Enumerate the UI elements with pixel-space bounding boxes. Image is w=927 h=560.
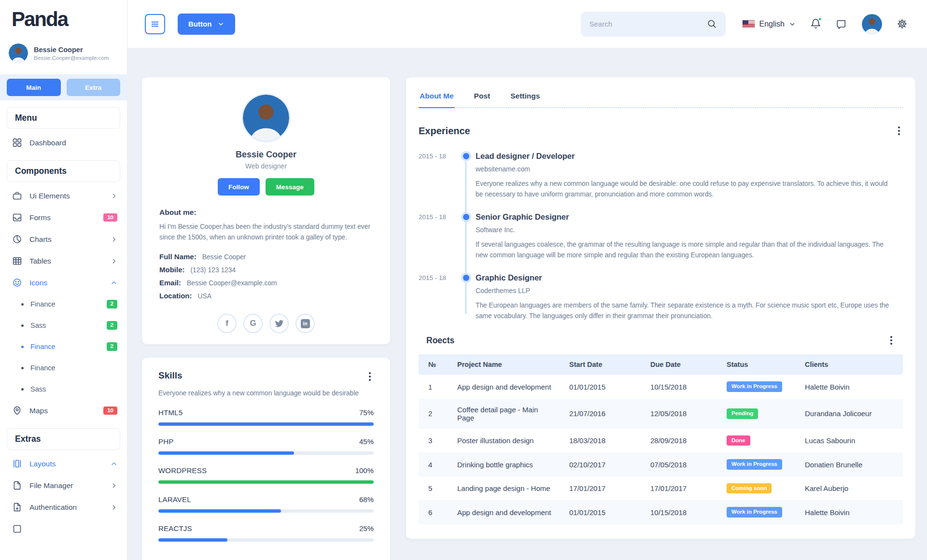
sidebar-subitem-sass-2[interactable]: Sass: [0, 378, 127, 400]
app-logo[interactable]: Panda: [0, 0, 127, 31]
cell-number: 6: [419, 500, 449, 524]
sidebar-item-label: Authentication: [29, 503, 111, 512]
field-full-name: Full Name:Bessie Cooper: [159, 252, 373, 261]
field-label: Mobile:: [159, 266, 185, 274]
kebab-menu-icon[interactable]: [366, 370, 374, 383]
sidebar-item-icons[interactable]: Icons: [0, 272, 127, 294]
button-dropdown[interactable]: Button: [178, 14, 235, 35]
skills-header: Skills: [158, 370, 374, 383]
status-badge: Work in Progress: [727, 507, 782, 518]
bullet-icon: [21, 324, 24, 327]
sidebar-tab-main[interactable]: Main: [7, 79, 61, 96]
timeline-dot-icon: [463, 275, 469, 281]
messages-button[interactable]: [836, 19, 846, 29]
col-status: Status: [719, 354, 797, 375]
experience-entry: 2015 - 18 Lead designer / Developer webs…: [419, 152, 903, 200]
cell-client: Halette Boivin: [797, 375, 903, 399]
content-area: Bessie Cooper Web designer Follow Messag…: [127, 48, 927, 560]
subitem-badge: 2: [107, 321, 117, 330]
linkedin-icon: in: [301, 319, 310, 328]
entry-description: The European languages are members of th…: [476, 300, 894, 322]
kebab-menu-icon[interactable]: [887, 334, 895, 347]
topbar-user-avatar[interactable]: [862, 14, 882, 34]
linkedin-button[interactable]: in: [295, 314, 315, 333]
sidebar-subitem-finance-2[interactable]: Finance 2: [0, 336, 127, 357]
search-input[interactable]: [590, 20, 702, 28]
cell-client: Durandana Jolicoeur: [797, 399, 903, 429]
table-row: 6 App design and development 01/01/2015 …: [419, 500, 903, 524]
sidebar-item-authentication[interactable]: Authentication: [0, 496, 127, 518]
sidebar-user-profile[interactable]: Bessie Cooper Bessie.Cooper@example.com: [0, 31, 127, 63]
sidebar-subitem-finance-3[interactable]: Finance: [0, 357, 127, 378]
message-button[interactable]: Message: [266, 178, 314, 196]
google-icon: G: [250, 319, 256, 328]
menu-toggle-button[interactable]: [145, 14, 165, 34]
cell-due-date: 28/09/2018: [643, 429, 719, 453]
field-email: Email:Bessie Cooper@example.com: [159, 279, 373, 287]
briefcase-icon: [12, 191, 22, 201]
sidebar-subitem-sass-1[interactable]: Sass 2: [0, 315, 127, 336]
projects-table: № Project Name Start Date Due Date Statu…: [419, 354, 903, 524]
bullet-icon: [21, 367, 24, 369]
sidebar-item-forms[interactable]: Forms 10: [0, 207, 127, 228]
tab-post[interactable]: Post: [473, 89, 492, 108]
smiley-icon: [12, 278, 22, 288]
sidebar-item-charts[interactable]: Charts: [0, 228, 127, 250]
notifications-button[interactable]: [810, 18, 821, 29]
sidebar-item-tables[interactable]: Tables: [0, 250, 127, 272]
follow-button[interactable]: Follow: [218, 178, 260, 196]
progress-fill: [158, 538, 227, 542]
hamburger-icon: [150, 19, 160, 29]
entry-role: Lead designer / Developer: [476, 152, 903, 161]
field-location: Location:USA: [159, 292, 373, 300]
entry-description: Everyone realizes why a new common langu…: [476, 179, 894, 200]
chevron-down-icon: [217, 20, 225, 28]
bullet-icon: [21, 303, 24, 306]
status-badge: Work in Progress: [727, 459, 782, 470]
language-selector[interactable]: English: [742, 20, 796, 28]
kebab-menu-icon[interactable]: [895, 125, 903, 137]
sidebar-item-partial[interactable]: [0, 518, 127, 540]
cell-start-date: 01/01/2015: [562, 500, 643, 524]
cell-start-date: 21/07/2016: [562, 399, 643, 429]
experience-title: Experience: [419, 126, 470, 137]
sidebar-item-ui-elements[interactable]: Ui Elements: [0, 185, 127, 207]
cell-due-date: 12/05/2018: [643, 399, 719, 429]
table-row: 4 Drinking bottle graphics 02/10/2017 07…: [419, 452, 903, 476]
cell-due-date: 10/15/2018: [643, 375, 719, 399]
sidebar-item-file-manager[interactable]: File Manager: [0, 475, 127, 496]
entry-role: Senior Graphic Designer: [476, 212, 903, 222]
twitter-icon: [275, 319, 284, 328]
tab-settings[interactable]: Settings: [509, 89, 541, 108]
settings-button[interactable]: [897, 18, 908, 29]
entry-period: 2015 - 18: [419, 273, 456, 322]
sidebar-item-maps[interactable]: Maps 10: [0, 400, 127, 421]
table-row: 3 Poster illustation design 18/03/2018 2…: [419, 429, 903, 453]
file-icon: [12, 480, 22, 491]
chevron-right-icon: [111, 482, 117, 489]
field-label: Email:: [159, 279, 181, 287]
facebook-button[interactable]: f: [217, 314, 237, 333]
twitter-button[interactable]: [269, 314, 289, 333]
sidebar-tab-extra[interactable]: Extra: [67, 79, 121, 96]
sidebar-item-label: Forms: [29, 213, 103, 222]
search-icon[interactable]: [707, 19, 717, 29]
sidebar-item-dashboard[interactable]: Dashboard: [0, 132, 127, 154]
skill-php: PHP45%: [158, 437, 374, 455]
cell-start-date: 02/10/2017: [562, 452, 643, 476]
sidebar-item-layouts[interactable]: Layouts: [0, 453, 127, 475]
sidebar-user-email: Bessie.Cooper@example.com: [34, 55, 109, 61]
entry-company: websitename.com: [476, 165, 903, 173]
about-me-card: About Me Post Settings Experience 2015 -…: [406, 77, 915, 539]
entry-period: 2015 - 18: [419, 152, 456, 200]
table-row: 2 Coffee detail page - Main Page 21/07/2…: [419, 399, 903, 429]
entry-company: Coderthemes LLP: [476, 287, 903, 294]
inbox-icon: [12, 212, 22, 223]
user-avatar: [9, 43, 28, 63]
social-links: f G in: [159, 314, 373, 333]
tab-about-me[interactable]: About Me: [419, 89, 455, 108]
cell-client: Lucas Sabourin: [797, 429, 903, 453]
sidebar-subitem-finance-1[interactable]: Finance 2: [0, 294, 127, 315]
google-button[interactable]: G: [243, 314, 263, 333]
subitem-label: Sass: [30, 385, 117, 393]
